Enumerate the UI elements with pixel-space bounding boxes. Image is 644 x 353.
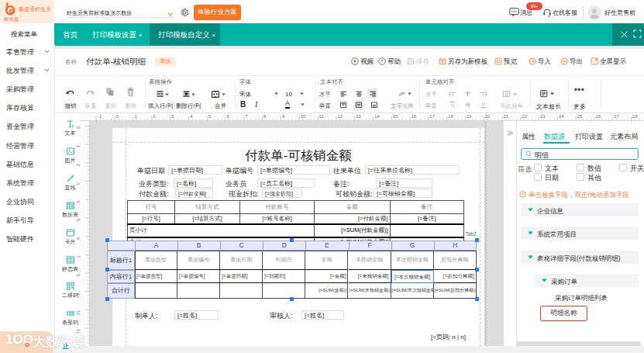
svg-text:?: ?	[381, 59, 384, 64]
svg-text:A: A	[400, 92, 402, 96]
